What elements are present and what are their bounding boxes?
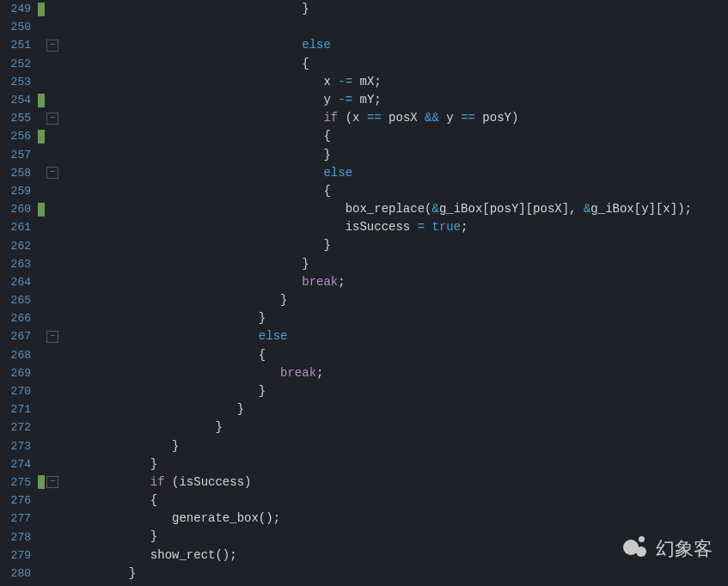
line-number: 251 xyxy=(0,39,38,52)
change-marker xyxy=(38,166,45,180)
change-marker xyxy=(38,57,45,70)
fold-spacer xyxy=(46,185,58,197)
code-line[interactable]: { xyxy=(64,55,728,73)
line-number: 260 xyxy=(0,203,38,216)
change-marker xyxy=(38,21,45,34)
code-line[interactable]: } xyxy=(64,291,728,309)
line-number: 264 xyxy=(0,276,38,289)
code-line[interactable]: } xyxy=(64,382,728,400)
change-marker xyxy=(38,530,45,544)
fold-spacer xyxy=(46,295,58,307)
line-number: 265 xyxy=(0,294,38,307)
change-marker xyxy=(38,475,45,489)
code-line[interactable]: { xyxy=(64,127,728,145)
change-marker xyxy=(38,184,45,198)
fold-spacer xyxy=(46,21,58,34)
gutter-row: 277 xyxy=(0,510,58,528)
gutter-row: 269 xyxy=(0,364,58,382)
gutter-row: 268 xyxy=(0,346,58,364)
fold-spacer xyxy=(46,222,58,234)
change-marker xyxy=(38,3,45,16)
gutter-row: 266 xyxy=(0,309,58,327)
code-line[interactable]: } xyxy=(64,565,728,583)
code-line[interactable]: break; xyxy=(64,273,728,291)
line-number: 266 xyxy=(0,312,38,325)
change-marker xyxy=(38,385,45,399)
gutter-row: 276 xyxy=(0,491,58,510)
line-number: 261 xyxy=(0,221,38,234)
code-line[interactable]: else xyxy=(64,327,728,345)
fold-toggle-icon[interactable]: − xyxy=(46,40,58,52)
line-number: 270 xyxy=(0,385,38,398)
code-line[interactable]: } xyxy=(64,146,728,164)
gutter-row: 253 xyxy=(0,73,58,91)
code-line[interactable]: generate_box(); xyxy=(64,510,728,528)
code-line[interactable]: if (x == posX && y == posY) xyxy=(64,109,728,127)
line-number: 278 xyxy=(0,531,38,544)
line-number: 279 xyxy=(0,549,38,562)
code-area[interactable]: } else { x -= mX; y -= mY; if xyxy=(58,0,728,586)
code-line[interactable]: y -= mY; xyxy=(64,91,728,109)
change-marker xyxy=(38,348,45,362)
gutter-row: 251− xyxy=(0,36,58,54)
code-line[interactable]: else xyxy=(64,164,728,182)
change-marker xyxy=(38,566,45,580)
code-line[interactable]: { xyxy=(64,182,728,200)
gutter-row: 254 xyxy=(0,91,58,109)
code-line[interactable]: box_replace(&g_iBox[posY][posX], &g_iBox… xyxy=(64,200,728,218)
change-marker xyxy=(38,512,45,526)
fold-toggle-icon[interactable]: − xyxy=(46,167,58,179)
change-marker xyxy=(38,275,45,289)
fold-spacer xyxy=(46,513,58,525)
change-marker xyxy=(38,75,45,89)
code-line[interactable]: else xyxy=(64,36,728,54)
code-line[interactable]: } xyxy=(64,236,728,254)
code-line[interactable]: x -= mX; xyxy=(64,73,728,91)
gutter-row: 278 xyxy=(0,528,58,546)
line-number: 256 xyxy=(0,130,38,143)
fold-spacer xyxy=(46,240,58,252)
line-number: 269 xyxy=(0,367,38,380)
code-line[interactable]: break; xyxy=(64,364,728,382)
fold-spacer xyxy=(46,495,58,507)
fold-spacer xyxy=(46,458,58,470)
line-number: 271 xyxy=(0,403,38,416)
change-marker xyxy=(38,548,45,562)
code-editor[interactable]: 249250251−252253254255−256257258−2592602… xyxy=(0,0,728,586)
code-line[interactable]: } xyxy=(64,309,728,327)
line-number: 254 xyxy=(0,94,38,107)
change-marker xyxy=(38,39,45,52)
line-number: 267 xyxy=(0,330,38,343)
fold-spacer xyxy=(46,567,58,579)
code-line[interactable]: } xyxy=(64,455,728,473)
fold-toggle-icon[interactable]: − xyxy=(46,113,58,125)
gutter-row: 259 xyxy=(0,182,58,200)
watermark: 幻象客 xyxy=(623,536,713,562)
change-marker xyxy=(38,439,45,453)
code-line[interactable] xyxy=(64,18,728,36)
line-number: 257 xyxy=(0,149,38,162)
gutter-row: 271 xyxy=(0,400,58,418)
code-line[interactable]: } xyxy=(64,437,728,455)
gutter-row: 257 xyxy=(0,146,58,164)
change-marker xyxy=(38,221,45,235)
code-line[interactable]: } xyxy=(64,255,728,273)
fold-toggle-icon[interactable]: − xyxy=(46,476,58,488)
fold-toggle-icon[interactable]: − xyxy=(46,331,58,343)
code-line[interactable]: isSuccess = true; xyxy=(64,218,728,236)
code-line[interactable]: if (isSuccess) xyxy=(64,473,728,491)
code-line[interactable]: } xyxy=(64,0,728,18)
code-line[interactable]: } xyxy=(64,400,728,418)
line-number: 277 xyxy=(0,512,38,525)
change-marker xyxy=(38,112,45,125)
line-number: 253 xyxy=(0,76,38,89)
gutter-row: 265 xyxy=(0,291,58,309)
code-line[interactable]: { xyxy=(64,346,728,364)
fold-spacer xyxy=(46,131,58,143)
code-line[interactable]: { xyxy=(64,491,728,510)
code-line[interactable]: } xyxy=(64,418,728,436)
fold-spacer xyxy=(46,58,58,70)
gutter-row: 249 xyxy=(0,0,58,18)
gutter: 249250251−252253254255−256257258−2592602… xyxy=(0,0,58,586)
line-number: 252 xyxy=(0,58,38,70)
